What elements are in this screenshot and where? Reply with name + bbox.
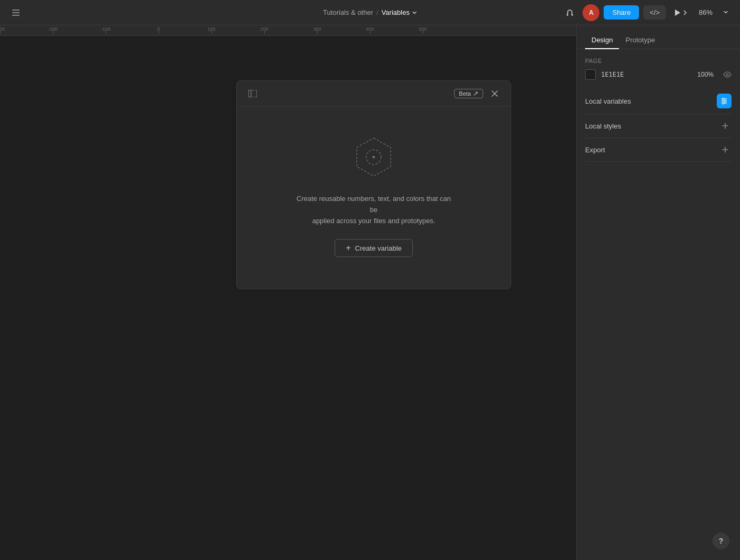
tab-design[interactable]: Design: [585, 32, 619, 49]
code-icon-label: </>: [650, 8, 660, 16]
page-color-hex[interactable]: 1E1E1E: [601, 71, 624, 78]
create-variable-label: Create variable: [355, 244, 402, 252]
topbar-center: Tutorials & other / Variables: [323, 8, 417, 16]
breadcrumb-current-label: Variables: [382, 8, 410, 16]
panel-header-right: Beta: [454, 86, 502, 101]
local-variables-button[interactable]: [717, 94, 732, 108]
beta-label: Beta: [459, 90, 471, 97]
ruler-tick: [159, 31, 159, 34]
zoom-chevron-button[interactable]: [720, 6, 732, 19]
figma-logo[interactable]: [8, 5, 23, 20]
sliders-icon: [720, 97, 728, 105]
local-styles-add-button[interactable]: [719, 120, 732, 132]
breadcrumb-separator: /: [376, 8, 378, 16]
ruler-tick: [370, 31, 371, 34]
beta-badge-button[interactable]: Beta: [454, 89, 483, 98]
tab-prototype-label: Prototype: [625, 36, 655, 44]
svg-point-13: [722, 98, 724, 100]
svg-rect-1: [12, 12, 20, 13]
ruler-tick: [53, 31, 53, 34]
ruler-tick: [211, 31, 212, 34]
svg-rect-3: [567, 14, 568, 16]
svg-rect-5: [248, 90, 251, 97]
export-add-button[interactable]: [719, 143, 732, 156]
ruler-tick: [106, 31, 106, 34]
local-variables-section: Local variables: [585, 88, 732, 114]
topbar-right: A Share </> 86%: [561, 4, 732, 21]
breadcrumb-parent[interactable]: Tutorials & other: [323, 8, 373, 16]
local-styles-section: Local styles: [585, 114, 732, 138]
right-panel: Design Prototype Page 1E1E1E 100%: [576, 26, 740, 560]
hex-icon-svg: [353, 136, 395, 183]
panel-toggle-button[interactable]: [245, 86, 260, 101]
topbar-left: [8, 5, 23, 20]
ruler-label: -300: [0, 26, 5, 32]
code-button[interactable]: </>: [643, 5, 666, 20]
svg-rect-6: [248, 90, 257, 97]
panel-toggle-icon: [248, 90, 257, 97]
svg-rect-0: [12, 10, 20, 11]
zoom-button[interactable]: 86%: [696, 6, 716, 19]
close-button[interactable]: [487, 86, 502, 101]
avatar[interactable]: A: [582, 4, 599, 21]
export-section: Export: [585, 138, 732, 162]
plus-icon: [722, 122, 729, 130]
headphones-button[interactable]: [561, 4, 578, 21]
svg-rect-2: [12, 15, 20, 16]
create-description: Create reusable numbers, text, and color…: [294, 194, 453, 226]
eye-icon: [723, 71, 732, 78]
right-panel-tabs: Design Prototype: [577, 26, 740, 49]
local-variables-label: Local variables: [585, 97, 631, 105]
export-plus-icon: [722, 146, 729, 153]
description-line2: applied across your files and prototypes…: [312, 217, 436, 225]
tab-prototype[interactable]: Prototype: [619, 32, 661, 49]
variable-panel-header: Beta: [237, 81, 511, 107]
play-icon: [674, 9, 681, 16]
variable-panel-body: Create reusable numbers, text, and color…: [237, 107, 511, 289]
ruler-tick: [317, 31, 318, 34]
share-button[interactable]: Share: [604, 5, 639, 20]
canvas-area[interactable]: Beta: [0, 36, 576, 560]
page-section-label: Page: [585, 58, 732, 64]
zoom-chevron-icon: [723, 10, 728, 15]
create-variable-button[interactable]: + Create variable: [335, 239, 413, 257]
svg-point-9: [726, 74, 728, 76]
page-section: Page 1E1E1E 100%: [585, 58, 732, 80]
external-link-icon: [473, 91, 478, 96]
svg-point-14: [724, 100, 726, 102]
page-visibility-toggle[interactable]: [723, 71, 732, 78]
right-panel-content: Page 1E1E1E 100% Local variables: [577, 49, 740, 560]
close-icon: [492, 90, 498, 97]
create-plus-icon: +: [346, 244, 350, 252]
help-button[interactable]: ?: [713, 533, 729, 549]
breadcrumb-current[interactable]: Variables: [382, 8, 417, 16]
svg-rect-4: [571, 14, 573, 16]
help-label: ?: [719, 537, 724, 545]
local-styles-label: Local styles: [585, 122, 621, 130]
description-line1: Create reusable numbers, text, and color…: [297, 195, 451, 214]
svg-point-8: [373, 156, 375, 158]
ruler-tick: [264, 31, 265, 34]
tab-design-label: Design: [591, 36, 613, 44]
export-label: Export: [585, 146, 605, 154]
ruler-tick: [0, 31, 1, 34]
topbar: Tutorials & other / Variables A Share </…: [0, 0, 740, 25]
play-chevron-icon: [683, 9, 687, 16]
page-color-swatch[interactable]: [585, 69, 596, 80]
hex-illustration: [353, 139, 395, 181]
page-opacity-value[interactable]: 100%: [697, 71, 714, 78]
svg-point-15: [722, 102, 724, 104]
variable-panel: Beta: [236, 80, 511, 289]
chevron-down-icon: [412, 10, 417, 15]
page-color-row: 1E1E1E 100%: [585, 69, 732, 80]
ruler-tick: [423, 31, 423, 34]
play-button[interactable]: [670, 7, 691, 19]
